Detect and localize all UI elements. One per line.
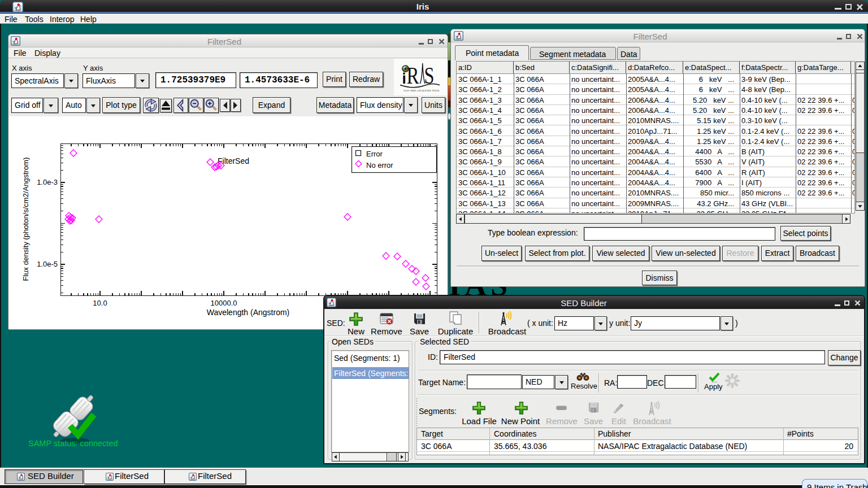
svg-text:1.0e-3: 1.0e-3 [37, 178, 58, 186]
svg-text:10000.0: 10000.0 [211, 299, 237, 307]
svg-text:R: R [407, 63, 419, 89]
svg-text:No error: No error [366, 161, 393, 169]
svg-text:Wavelength (Angstrom): Wavelength (Angstrom) [207, 308, 290, 317]
svg-text:Flux density (photon/s/cm2/Ang: Flux density (photon/s/cm2/Angstrom) [21, 158, 30, 281]
svg-text:1.0e-5: 1.0e-5 [37, 260, 58, 268]
svg-text:10.0: 10.0 [93, 299, 107, 307]
svg-text:FilterSed: FilterSed [218, 156, 249, 165]
svg-text:VAO SED ANALYSIS TOOL: VAO SED ANALYSIS TOOL [403, 89, 440, 92]
svg-text:Error: Error [366, 150, 383, 158]
